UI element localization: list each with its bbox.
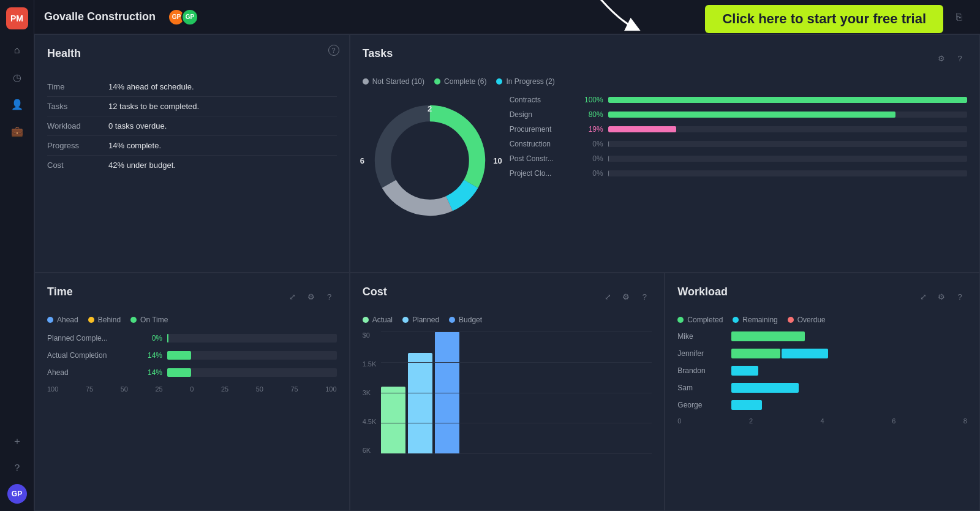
health-value-tasks: 12 tasks to be completed. <box>108 102 199 111</box>
health-value-cost: 42% under budget. <box>108 161 176 170</box>
time-axis: 100 75 50 25 0 25 50 75 100 <box>47 385 337 393</box>
workload-axis: 0 2 4 6 8 <box>677 417 967 425</box>
time-row-actual: Actual Completion 14% <box>47 351 337 360</box>
health-header: Health ? <box>47 47 337 70</box>
cost-gear-icon[interactable]: ⚙ <box>619 290 633 305</box>
donut-svg <box>363 93 497 228</box>
project-avatars: GP GP <box>168 9 198 26</box>
workload-chart: Mike Jennifer Brandon <box>677 331 967 410</box>
tasks-title: Tasks <box>363 47 393 60</box>
cost-help-icon[interactable]: ? <box>637 290 652 305</box>
tool-docs[interactable]: ⎘ <box>948 6 970 28</box>
tasks-gear-icon[interactable]: ⚙ <box>934 51 949 66</box>
sidebar: PM ⌂ ◷ 👤 💼 ＋ ？ GP <box>0 0 34 511</box>
workload-title: Workload <box>677 286 728 298</box>
tasks-donut: 2 10 6 <box>363 93 497 228</box>
workload-help-icon[interactable]: ? <box>952 290 967 305</box>
task-cat-post-constr: Post Constr... 0% <box>510 154 967 163</box>
health-value-progress: 14% complete. <box>108 141 161 150</box>
time-title: Time <box>47 286 73 298</box>
cost-y-labels: 6K 4.5K 3K 1.5K $0 <box>363 331 377 454</box>
sidebar-item-time[interactable]: ◷ <box>6 66 28 88</box>
cost-legend-budget: Budget <box>449 316 482 324</box>
cost-header: Cost ⤢ ⚙ ? <box>363 286 652 308</box>
sidebar-user-avatar[interactable]: GP <box>7 484 27 504</box>
workload-row-brandon: Brandon <box>677 366 967 376</box>
workload-expand-icon[interactable]: ⤢ <box>916 290 930 305</box>
cost-legend: Actual Planned Budget <box>363 316 652 324</box>
time-chart: Planned Comple... 0% Actual Completion 1… <box>47 334 337 377</box>
dashboard: Health ? Time 14% ahead of schedule. Tas… <box>34 34 980 511</box>
workload-row-george: George <box>677 400 967 410</box>
time-gear-icon[interactable]: ⚙ <box>304 290 318 305</box>
cost-expand-icon[interactable]: ⤢ <box>600 290 615 305</box>
tasks-legend: Not Started (10) Complete (6) In Progres… <box>363 77 967 86</box>
topbar: Govalle Construction GP GP ≡ ⋮⋮ ≣ ⊞ ✓ ▦ … <box>34 0 980 34</box>
cost-bar-actual <box>381 387 405 454</box>
workload-row-mike: Mike <box>677 331 967 341</box>
health-label-tasks: Tasks <box>47 102 108 111</box>
health-value-workload: 0 tasks overdue. <box>108 121 167 131</box>
legend-dot-complete <box>434 78 440 85</box>
cost-bar-budget <box>435 331 459 454</box>
time-legend: Ahead Behind On Time <box>47 316 337 324</box>
sidebar-item-home[interactable]: ⌂ <box>6 39 28 61</box>
legend-dot-not-started <box>363 78 369 85</box>
tasks-categories: Contracts 100% Design 80% <box>510 93 967 260</box>
page-title: Govalle Construction <box>44 10 156 23</box>
wl-legend-remaining: Remaining <box>733 316 777 324</box>
health-help-icon[interactable]: ? <box>328 45 339 56</box>
cost-bar-group <box>381 331 459 454</box>
workload-legend: Completed Remaining Overdue <box>677 316 967 324</box>
legend-dot-in-progress <box>496 78 502 85</box>
task-cat-contracts: Contracts 100% <box>510 96 967 104</box>
health-value-time: 14% ahead of schedule. <box>108 82 194 91</box>
workload-header: Workload ⤢ ⚙ ? <box>677 286 967 308</box>
cost-legend-planned: Planned <box>402 316 439 324</box>
legend-in-progress: In Progress (2) <box>496 77 554 86</box>
task-cat-project-clo: Project Clo... 0% <box>510 169 967 178</box>
health-row-progress: Progress 14% complete. <box>47 136 337 156</box>
health-row-workload: Workload 0 tasks overdue. <box>47 116 337 136</box>
task-cat-procurement: Procurement 19% <box>510 125 967 134</box>
health-panel: Health ? Time 14% ahead of schedule. Tas… <box>34 34 350 273</box>
tasks-panel: Tasks ⚙ ? Not Started (10) Complete (6) <box>350 34 980 273</box>
donut-label-top: 2 <box>428 104 432 113</box>
sidebar-item-add[interactable]: ＋ <box>6 430 28 452</box>
app-logo[interactable]: PM <box>6 7 28 29</box>
workload-panel: Workload ⤢ ⚙ ? Completed Remaining <box>665 273 980 511</box>
wl-legend-overdue: Overdue <box>788 316 826 324</box>
health-label-time: Time <box>47 82 108 91</box>
time-legend-behind: Behind <box>88 316 121 324</box>
time-header: Time ⤢ ⚙ ? <box>47 286 337 308</box>
sidebar-item-people[interactable]: 👤 <box>6 93 28 115</box>
tasks-header: Tasks ⚙ ? <box>363 47 967 70</box>
task-cat-construction: Construction 0% <box>510 140 967 148</box>
time-panel: Time ⤢ ⚙ ? Ahead Behind On Tim <box>34 273 350 511</box>
time-expand-icon[interactable]: ⤢ <box>285 290 300 305</box>
sidebar-item-portfolio[interactable]: 💼 <box>6 120 28 142</box>
wl-legend-completed: Completed <box>677 316 723 324</box>
task-cat-design: Design 80% <box>510 110 967 119</box>
sidebar-item-help[interactable]: ？ <box>6 457 28 479</box>
legend-complete: Complete (6) <box>434 77 486 86</box>
tasks-body: 2 10 6 <box>363 93 967 260</box>
cost-chart-area: 6K 4.5K 3K 1.5K $0 <box>363 331 652 454</box>
cost-legend-actual: Actual <box>363 316 393 324</box>
avatar-2[interactable]: GP <box>181 9 198 26</box>
cost-panel: Cost ⤢ ⚙ ? Actual Planned Budg <box>350 273 665 511</box>
health-table: Time 14% ahead of schedule. Tasks 12 tas… <box>47 77 337 175</box>
health-row-time: Time 14% ahead of schedule. <box>47 77 337 97</box>
health-title: Health <box>47 47 81 60</box>
cost-bar-planned <box>408 353 432 454</box>
cost-bars <box>381 331 652 454</box>
workload-gear-icon[interactable]: ⚙ <box>934 290 949 305</box>
workload-row-jennifer: Jennifer <box>677 349 967 358</box>
tasks-help-icon[interactable]: ? <box>952 51 967 66</box>
time-help-icon[interactable]: ? <box>322 290 337 305</box>
cost-title: Cost <box>363 286 387 298</box>
health-label-cost: Cost <box>47 161 108 170</box>
free-trial-banner[interactable]: Click here to start your free trial <box>705 5 943 33</box>
donut-label-left: 6 <box>360 156 364 165</box>
cost-panel-icons: ⤢ ⚙ ? <box>600 290 652 305</box>
